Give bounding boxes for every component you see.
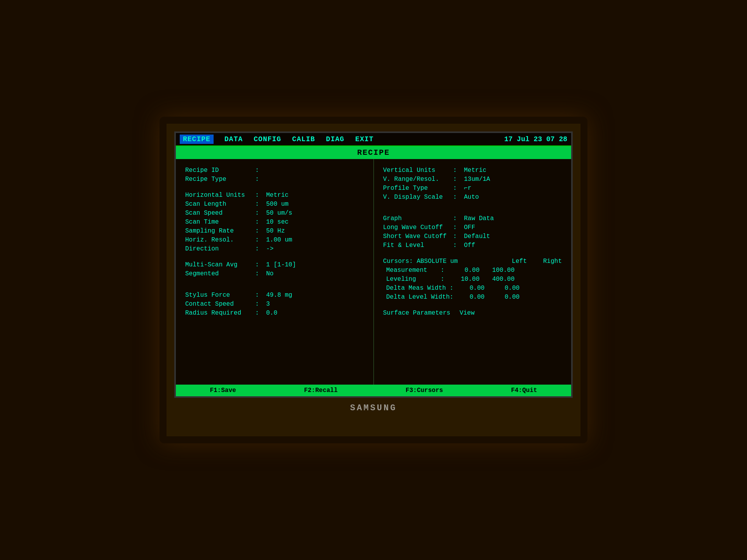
surface-params-view[interactable]: View: [459, 310, 474, 317]
scan-time-row: Scan Time : 10 sec: [185, 219, 364, 226]
contact-speed-row: Contact Speed : 3: [185, 301, 364, 308]
short-wave-label: Short Wave Cutoff: [383, 233, 453, 240]
measurement-right[interactable]: 100.00: [480, 267, 515, 274]
sampling-rate-value[interactable]: 50 Hz: [266, 228, 285, 234]
v-display-value[interactable]: Auto: [464, 194, 479, 201]
sampling-rate-label: Sampling Rate: [185, 228, 255, 234]
profile-type-value[interactable]: ⌐r: [464, 185, 472, 192]
measurement-label: Measurement: [386, 267, 441, 274]
title-bar: RECIPE: [176, 146, 571, 159]
v-display-row: V. Display Scale : Auto: [383, 194, 562, 201]
contact-speed-label: Contact Speed: [185, 301, 255, 308]
surface-params-label[interactable]: Surface Parameters: [383, 310, 451, 317]
horiz-units-value[interactable]: Metric: [266, 192, 289, 199]
horiz-resol-label: Horiz. Resol.: [185, 236, 255, 243]
graph-row: Graph : Raw Data: [383, 215, 562, 222]
stylus-force-label: Stylus Force: [185, 292, 255, 299]
scan-time-value[interactable]: 10 sec: [266, 219, 289, 226]
multi-scan-colon: :: [255, 261, 263, 268]
vert-units-label: Vertical Units: [383, 167, 453, 174]
horiz-units-row: Horizontal Units : Metric: [185, 192, 364, 199]
stylus-force-row: Stylus Force : 49.8 mg: [185, 292, 364, 299]
v-range-colon: :: [453, 176, 461, 183]
f4-quit[interactable]: F4:Quit: [511, 387, 537, 394]
multi-scan-value[interactable]: 1 [1-10]: [266, 261, 296, 268]
long-wave-value[interactable]: OFF: [464, 224, 475, 231]
footer-bar: F1:Save F2:Recall F3:Cursors F4:Quit: [176, 385, 571, 396]
delta-meas-right[interactable]: 0.00: [484, 285, 519, 292]
sampling-rate-colon: :: [255, 228, 263, 234]
page-title: RECIPE: [357, 148, 390, 157]
f2-recall[interactable]: F2:Recall: [304, 387, 337, 394]
menu-data[interactable]: DATA: [224, 135, 243, 143]
recipe-type-colon: :: [255, 176, 263, 183]
f3-cursors[interactable]: F3:Cursors: [406, 387, 443, 394]
measurement-colon: :: [441, 267, 449, 274]
recipe-id-row: Recipe ID :: [185, 167, 364, 174]
contact-speed-value[interactable]: 3: [266, 301, 270, 308]
direction-value[interactable]: ->: [266, 245, 274, 252]
long-wave-row: Long Wave Cutoff : OFF: [383, 224, 562, 231]
leveling-label: Leveling: [386, 276, 441, 283]
scan-length-label: Scan Length: [185, 201, 255, 208]
segmented-row: Segmented : No: [185, 270, 364, 277]
vert-units-colon: :: [453, 167, 461, 174]
segmented-value[interactable]: No: [266, 270, 274, 277]
profile-type-label: Profile Type: [383, 185, 453, 192]
v-range-value[interactable]: 13um/1A: [464, 176, 490, 183]
multi-scan-label: Multi-Scan Avg: [185, 261, 255, 268]
sampling-rate-row: Sampling Rate : 50 Hz: [185, 228, 364, 234]
short-wave-value[interactable]: Default: [464, 233, 490, 240]
short-wave-row: Short Wave Cutoff : Default: [383, 233, 562, 240]
horiz-resol-row: Horiz. Resol. : 1.00 um: [185, 236, 364, 243]
menu-diag[interactable]: DIAG: [326, 135, 344, 143]
stylus-force-value[interactable]: 49.8 mg: [266, 292, 292, 299]
scan-length-value[interactable]: 500 um: [266, 201, 289, 208]
v-display-colon: :: [453, 194, 461, 201]
radius-required-label: Radius Required: [185, 310, 255, 317]
vert-units-value[interactable]: Metric: [464, 167, 487, 174]
profile-type-colon: :: [453, 185, 461, 192]
fit-level-value[interactable]: Off: [464, 242, 475, 249]
leveling-colon: :: [441, 276, 449, 283]
short-wave-colon: :: [453, 233, 461, 240]
radius-required-colon: :: [255, 310, 263, 317]
delta-level-right[interactable]: 0.00: [484, 294, 519, 301]
right-panel: Vertical Units : Metric V. Range/Resol. …: [374, 159, 572, 385]
leveling-left[interactable]: 10.00: [449, 276, 480, 283]
screen: RECIPE DATA CONFIG CALIB DIAG EXIT 17 Ju…: [174, 131, 573, 398]
segmented-colon: :: [255, 270, 263, 277]
measurement-left[interactable]: 0.00: [449, 267, 480, 274]
graph-colon: :: [453, 215, 461, 222]
recipe-type-label: Recipe Type: [185, 176, 255, 183]
monitor: RECIPE DATA CONFIG CALIB DIAG EXIT 17 Ju…: [160, 117, 587, 443]
horiz-units-colon: :: [255, 192, 263, 199]
menu-recipe[interactable]: RECIPE: [180, 135, 214, 144]
horiz-units-label: Horizontal Units: [185, 192, 255, 199]
graph-value[interactable]: Raw Data: [464, 215, 494, 222]
brand-label: SAMSUNG: [174, 403, 573, 413]
delta-meas-left[interactable]: 0.00: [453, 285, 484, 292]
recipe-id-label: Recipe ID: [185, 167, 255, 174]
left-panel: Recipe ID : Recipe Type : Horizontal Uni…: [176, 159, 374, 385]
multi-scan-row: Multi-Scan Avg : 1 [1-10]: [185, 261, 364, 268]
scan-time-colon: :: [255, 219, 263, 226]
contact-speed-colon: :: [255, 301, 263, 308]
scan-speed-value[interactable]: 50 um/s: [266, 210, 292, 217]
scan-length-row: Scan Length : 500 um: [185, 201, 364, 208]
delta-level-left[interactable]: 0.00: [453, 294, 484, 301]
horiz-resol-colon: :: [255, 236, 263, 243]
leveling-right[interactable]: 400.00: [480, 276, 515, 283]
menu-config[interactable]: CONFIG: [254, 135, 281, 143]
long-wave-colon: :: [453, 224, 461, 231]
surface-params-row: Surface Parameters View: [383, 310, 562, 317]
direction-row: Direction : ->: [185, 245, 364, 252]
menu-calib[interactable]: CALIB: [292, 135, 315, 143]
horiz-resol-value: 1.00 um: [266, 236, 292, 243]
f1-save[interactable]: F1:Save: [210, 387, 236, 394]
menu-exit[interactable]: EXIT: [355, 135, 374, 143]
cursors-header: Cursors: ABSOLUTE um: [383, 258, 496, 265]
radius-required-value[interactable]: 0.0: [266, 310, 277, 317]
recipe-id-colon: :: [255, 167, 263, 174]
scan-time-label: Scan Time: [185, 219, 255, 226]
